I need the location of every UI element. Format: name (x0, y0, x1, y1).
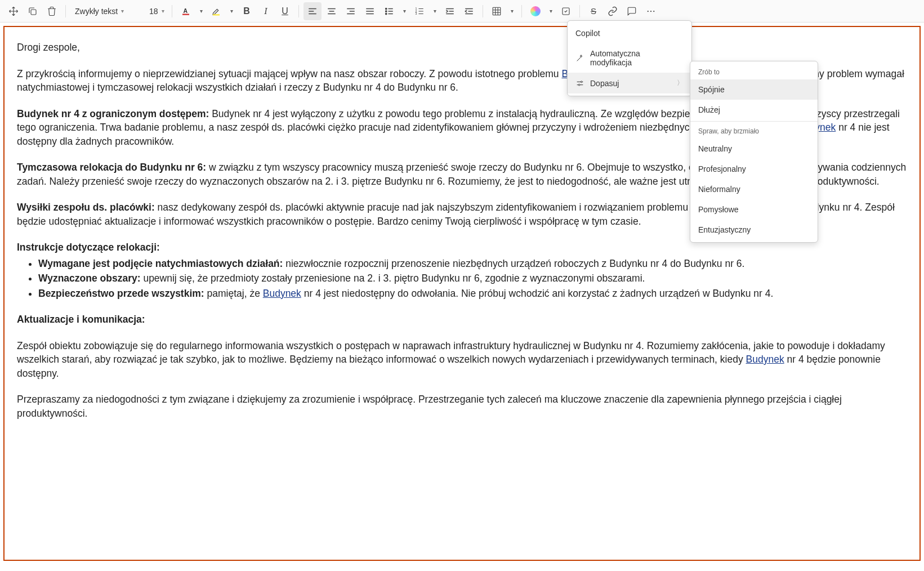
submenu-item-longer[interactable]: Dłużej (690, 100, 818, 120)
list-item: Wymagane jest podjęcie natychmiastowych … (38, 257, 907, 271)
bold-button[interactable]: B (238, 2, 256, 20)
label: Copilot (575, 29, 600, 38)
svg-rect-10 (493, 7, 501, 15)
submenu-item-enthusiastic[interactable]: Entuzjastyczny (690, 220, 818, 240)
svg-rect-3 (213, 14, 220, 15)
indent-button[interactable] (441, 2, 459, 20)
list-item: Wyznaczone obszary: upewnij się, że prze… (38, 271, 907, 286)
fontsize-value: 18 (149, 7, 158, 16)
outdent-button[interactable] (460, 2, 478, 20)
greeting: Drogi zespole, (17, 41, 907, 55)
wand-icon (575, 53, 584, 63)
menu-item-adjust[interactable]: Dopasuj 〉 (568, 73, 691, 93)
highlight-chevron[interactable]: ▾ (226, 2, 236, 20)
chevron-right-icon: 〉 (677, 78, 684, 88)
style-label: Zwykły tekst (75, 7, 118, 16)
comment-button[interactable] (623, 2, 641, 20)
link-button[interactable] (604, 2, 622, 20)
chevron-down-icon: ▾ (162, 8, 164, 14)
table-button[interactable] (488, 2, 506, 20)
svg-point-4 (386, 8, 387, 9)
menu-item-auto-modification[interactable]: Automatyczna modyfikacja (568, 43, 691, 73)
underline-button[interactable]: U (276, 2, 294, 20)
italic-button[interactable]: I (257, 2, 275, 20)
svg-text:A: A (184, 7, 188, 14)
svg-rect-2 (182, 14, 189, 15)
adjust-submenu: Zrób to Spójnie Dłużej Spraw, aby brzmia… (690, 61, 818, 243)
separator (690, 121, 818, 122)
copilot-icon (530, 6, 541, 16)
separator (172, 5, 172, 17)
label: Automatyczna modyfikacja (590, 49, 684, 67)
chevron-down-icon: ▾ (121, 8, 124, 14)
submenu-item-informal[interactable]: Nieformalny (690, 179, 818, 199)
submenu-header: Zrób to (690, 64, 818, 79)
submenu-item-professional[interactable]: Profesjonalny (690, 159, 818, 179)
copilot-dropdown: Copilot Automatyczna modyfikacja Dopasuj… (567, 20, 692, 96)
separator (483, 5, 483, 17)
separator (521, 5, 522, 17)
paragraph: Aktualizacje i komunikacja: (17, 313, 907, 327)
svg-point-5 (386, 10, 387, 11)
svg-text:3: 3 (416, 12, 417, 15)
list-item: Bezpieczeństwo przede wszystkim: pamięta… (38, 287, 907, 301)
highlight-button[interactable] (207, 2, 225, 20)
submenu-item-neutral[interactable]: Neutralny (690, 139, 818, 159)
delete-button[interactable] (43, 2, 61, 20)
svg-point-14 (653, 10, 654, 11)
font-color-chevron[interactable]: ▾ (196, 2, 206, 20)
menu-item-copilot[interactable]: Copilot (568, 23, 691, 43)
separator (298, 5, 299, 17)
svg-point-12 (648, 10, 649, 11)
fontsize-select[interactable]: 18▾ (145, 5, 167, 18)
link-building[interactable]: Budynek (746, 354, 784, 365)
separator (579, 5, 580, 17)
submenu-item-concise[interactable]: Spójnie (690, 79, 818, 100)
svg-rect-0 (31, 10, 36, 15)
separator (65, 5, 66, 17)
align-justify-button[interactable] (361, 2, 379, 20)
strikethrough-button[interactable]: S (584, 2, 602, 20)
align-left-button[interactable] (303, 2, 322, 20)
link-building[interactable]: Budynek (263, 288, 301, 299)
number-list-button[interactable]: 123 (410, 2, 428, 20)
table-chevron[interactable]: ▾ (507, 2, 517, 20)
copilot-button[interactable] (526, 2, 544, 20)
bullet-list: Wymagane jest podjęcie natychmiastowych … (38, 257, 907, 301)
align-right-button[interactable] (342, 2, 360, 20)
font-color-button[interactable]: A (177, 2, 195, 20)
svg-point-6 (386, 13, 387, 14)
copy-button[interactable] (24, 2, 42, 20)
label: Dopasuj (590, 79, 619, 88)
style-select[interactable]: Zwykły tekst▾ (70, 5, 144, 18)
more-button[interactable] (642, 2, 660, 20)
svg-point-16 (578, 84, 580, 86)
svg-point-15 (581, 81, 582, 83)
paragraph: Przepraszamy za niedogodności z tym zwią… (17, 392, 907, 420)
toolbar: Zwykły tekst▾ 18▾ A ▾ ▾ B I U ▾ 123 ▾ ▾ … (0, 0, 924, 23)
edit-button[interactable] (557, 2, 575, 20)
align-center-button[interactable] (323, 2, 341, 20)
bullet-list-chevron[interactable]: ▾ (399, 2, 409, 20)
number-list-chevron[interactable]: ▾ (430, 2, 440, 20)
sliders-icon (575, 79, 584, 88)
bullet-list-button[interactable] (380, 2, 398, 20)
move-button[interactable] (5, 2, 23, 20)
copilot-chevron[interactable]: ▾ (546, 2, 556, 20)
paragraph: Zespół obiektu zobowiązuje się do regula… (17, 339, 907, 381)
submenu-header: Spraw, aby brzmiało (690, 123, 818, 139)
svg-point-13 (650, 10, 651, 11)
submenu-item-imaginative[interactable]: Pomysłowe (690, 199, 818, 220)
